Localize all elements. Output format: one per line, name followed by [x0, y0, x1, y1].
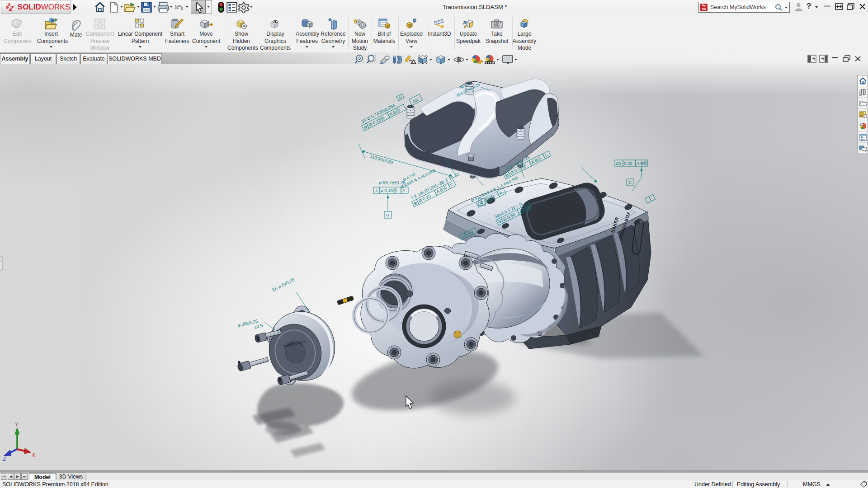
- svg-text:B: B: [386, 212, 389, 217]
- svg-text:C: C: [628, 180, 632, 185]
- svg-text:⊥: ⊥: [374, 188, 378, 193]
- svg-text:Y: Y: [15, 422, 19, 428]
- svg-text:A: A: [402, 188, 406, 193]
- svg-text:0.20: 0.20: [624, 161, 632, 166]
- svg-text:Z: Z: [2, 456, 6, 462]
- svg-text:⌀ 96.75±0.25: ⌀ 96.75±0.25: [379, 180, 406, 185]
- svg-text:A BⓂ: A BⓂ: [637, 161, 647, 166]
- svg-text:X: X: [31, 452, 36, 458]
- svg-text:⌀ 0.10Ⓜ: ⌀ 0.10Ⓜ: [381, 188, 397, 193]
- svg-text:B: B: [480, 200, 483, 205]
